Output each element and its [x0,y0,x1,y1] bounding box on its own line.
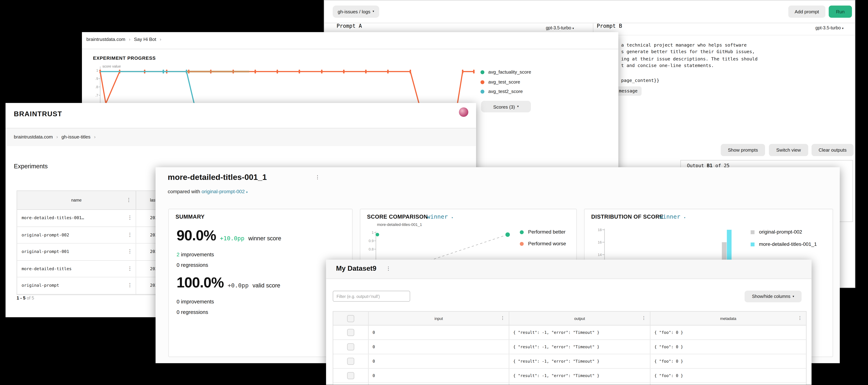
experiment-name[interactable]: more-detailed-titles [22,266,71,271]
svg-text:0.7: 0.7 [95,93,98,97]
show-hide-columns-dropdown[interactable]: Show/hide columns ▾ [744,291,802,302]
breadcrumb-org[interactable]: braintrustdata.com [86,37,125,42]
score-comparison-selector[interactable]: winner ▾ [427,213,453,220]
filter-input[interactable] [333,291,410,302]
winner-score-row: 90.0% +10.0pp winner score [177,227,281,244]
cell-output: { "result": -1, "error": "Timeout" } [509,368,650,383]
column-header-name[interactable]: name ⋮ [17,191,136,209]
clear-outputs-button[interactable]: Clear outputs [811,144,854,156]
experiment-name[interactable]: more-detailed-titles-001… [22,215,84,220]
project-selector-dropdown[interactable]: gh-issues / logs ▾ [333,5,379,18]
column-header-input[interactable]: input ⋮ [369,312,509,325]
column-label: input [435,316,443,320]
prompt-a-model-dropdown[interactable]: gpt-3.5-turbo ▾ [546,25,574,30]
dataset-row[interactable]: 0{ "result": -1, "error": "Timeout" }{ "… [333,354,806,368]
breadcrumb-org[interactable]: braintrustdata.com [14,134,53,140]
svg-text:0.8: 0.8 [95,85,98,89]
dataset-row[interactable]: 0{ "result": -1, "error": "Timeout" }{ "… [333,368,806,383]
legend-label: more-detailed-titles-001_1 [759,241,817,247]
experiment-title: more-detailed-titles-001_1 [168,173,267,182]
kebab-icon[interactable]: ⋮ [127,232,132,237]
select-all-checkbox[interactable] [347,315,354,322]
dataset-title: My Dataset9 [336,265,376,272]
summary-card: SUMMARY 90.0% +10.0pp winner score 2 imp… [168,209,352,357]
chevron-right-icon: › [129,37,130,42]
column-header-metadata[interactable]: metadata ⋮ [650,312,806,325]
prompt-b-text[interactable]: a technical project manager who helps so… [621,41,757,69]
experiment-name[interactable]: original-prompt-002 [22,232,69,237]
experiment-name[interactable]: original-prompt-001 [22,249,69,254]
switch-view-button[interactable]: Switch view [769,144,808,156]
distribution-selector[interactable]: winner ▾ [659,213,686,220]
kebab-icon[interactable]: ⋮ [798,316,802,321]
pagination-total: of 5 [27,296,34,301]
breadcrumb-band: braintrustdata.com › gh-issue-titles › [5,128,476,146]
prompt-b-model-dropdown[interactable]: gpt-3.5-turbo ▾ [815,25,843,30]
chevron-down-icon: ▾ [793,295,794,298]
cell-input: 0 [369,383,509,385]
kebab-icon[interactable]: ⋮ [500,316,505,321]
svg-text:0.9: 0.9 [95,77,98,81]
dataset-row[interactable]: 0{ "result": -1, "error": "Timeout" }{ "… [333,326,806,340]
valid-score-delta: +0.0pp [228,282,249,288]
row-checkbox[interactable] [347,343,354,350]
improvements-label: improvements [181,251,214,257]
row-checkbox[interactable] [347,372,354,379]
svg-text:14: 14 [598,253,602,257]
pagination: 1 - 5 of 5 [17,296,34,301]
show-prompts-button[interactable]: Show prompts [721,144,765,156]
cell-output: { "result": -1, "error": "Timeout" } [509,326,650,339]
regressions-count: 0 [177,262,180,268]
kebab-icon[interactable]: ⋮ [642,316,646,321]
dataset-row[interactable]: 0{ "result": -1, "error": "Timeout" }{ "… [333,383,806,385]
regressions-label: regressions [181,309,208,315]
breadcrumb-project[interactable]: gh-issue-titles [61,134,90,140]
pagination-range: 1 - 5 [17,296,25,301]
legend-item: avg_test2_score [480,89,523,94]
row-checkbox[interactable] [347,358,354,365]
compared-with-dropdown[interactable]: original-prompt-002 ▾ [202,189,248,194]
message-chip[interactable]: message [615,86,642,96]
add-prompt-button[interactable]: Add prompt [788,5,825,18]
kebab-icon[interactable]: ⋮ [127,283,132,288]
summary-heading: SUMMARY [176,214,205,220]
kebab-icon[interactable]: ⋮ [127,215,132,220]
kebab-icon[interactable]: ⋮ [127,266,132,271]
dataset-row[interactable]: 0{ "result": -1, "error": "Timeout" }{ "… [333,340,806,354]
chevron-down-icon: ▾ [842,27,844,30]
score-comparison-heading: SCORE COMPARISON [367,214,428,220]
breadcrumb-project[interactable]: Say Hi Bot [134,37,156,42]
experiment-progress-title: EXPERIMENT PROGRESS [93,55,156,61]
scores-dropdown[interactable]: Scores (3) ▾ [481,101,531,112]
run-button[interactable]: Run [829,5,852,18]
dataset-table-body: 0{ "result": -1, "error": "Timeout" }{ "… [333,326,806,385]
legend-label: Performed better [528,229,565,235]
valid-improvements: 0 improvements [177,298,214,304]
valid-score-pct: 100.0% [177,274,224,291]
desktop: gh-issues / logs ▾ Add prompt Run Prompt… [0,0,868,385]
column-header-output[interactable]: output ⋮ [509,312,650,325]
divider [82,49,618,49]
experiment-name[interactable]: original-prompt [22,283,59,288]
select-all-cell [333,312,369,325]
improvements-label: improvements [181,298,214,304]
kebab-icon[interactable]: ⋮ [315,175,320,180]
cell-metadata: { "foo": 0 } [650,354,806,368]
legend-item: avg_factuality_score [480,69,531,75]
kebab-icon[interactable]: ⋮ [127,249,132,254]
legend-square-gray [751,230,754,234]
kebab-icon[interactable]: ⋮ [386,266,391,271]
legend-item: Performed worse [520,241,566,246]
kebab-icon[interactable]: ⋮ [126,198,131,203]
cell-metadata: { "foo": 0 } [650,368,806,383]
avatar[interactable] [459,107,468,117]
compared-with-target: original-prompt-002 [202,189,245,194]
legend-dot-worse [520,242,524,246]
svg-text:1: 1 [372,231,374,234]
winner-improvements: 2 improvements [177,251,214,257]
braintrust-logo[interactable]: BRAINTRUST [14,110,62,118]
improvements-count: 2 [177,251,180,257]
row-checkbox[interactable] [347,329,354,336]
legend-label: avg_factuality_score [488,69,531,75]
svg-text:score value: score value [102,64,121,68]
